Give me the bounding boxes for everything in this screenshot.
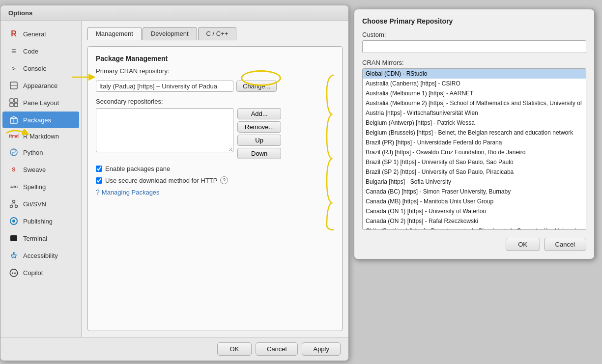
help-icon[interactable]: ?: [220, 176, 228, 184]
sidebar-item-console[interactable]: > Console: [2, 60, 79, 77]
sidebar-item-label: Console: [23, 65, 47, 72]
cran-mirrors-label: CRAN Mirrors:: [362, 59, 586, 66]
mirrors-list[interactable]: Global (CDN) - RStudioAustralia (Canberr…: [362, 68, 586, 230]
sidebar-item-publishing[interactable]: Publishing: [2, 213, 79, 229]
svg-point-11: [15, 205, 18, 208]
secure-download-label: Use secure download method for HTTP: [105, 177, 217, 184]
managing-link-icon: ?: [96, 188, 100, 196]
mirror-item[interactable]: Australia (Melbourne 2) [https] - School…: [363, 98, 586, 108]
ok-button[interactable]: OK: [217, 342, 252, 356]
mirror-item[interactable]: Brazil (SP 1) [https] - University of Sa…: [363, 157, 586, 167]
sidebar-item-label: Code: [23, 48, 38, 55]
sidebar-item-code[interactable]: ☰ Code: [2, 43, 79, 59]
mirror-item[interactable]: Global (CDN) - RStudio: [363, 69, 586, 79]
mirror-item[interactable]: Belgium (Brussels) [https] - Belnet, the…: [363, 128, 586, 138]
secondary-repos-list[interactable]: [96, 108, 233, 152]
checkbox2-row: Use secure download method for HTTP ?: [96, 176, 334, 184]
mirror-item[interactable]: Austria [https] - Wirtschaftsuniversität…: [363, 108, 586, 118]
sidebar-item-label: Publishing: [23, 218, 53, 225]
sidebar-item-appearance[interactable]: Appearance: [2, 77, 79, 94]
sidebar-item-python[interactable]: Python: [2, 144, 79, 161]
content-panel: Package Management Primary CRAN reposito…: [87, 46, 343, 331]
mirror-item[interactable]: Belgium (Antwerp) [https] - Patrick Wess…: [363, 118, 586, 128]
repo-cancel-button[interactable]: Cancel: [544, 238, 586, 251]
main-content: Management Development C / C++ Package M…: [82, 21, 348, 337]
repo-dialog-title: Choose Primary Repository: [362, 17, 586, 25]
python-icon: [8, 147, 19, 158]
cran-input-row: Change...: [96, 81, 334, 92]
add-button[interactable]: Add...: [237, 108, 281, 119]
mirror-item[interactable]: Australia (Canberra) [https] - CSIRO: [363, 79, 586, 88]
remove-button[interactable]: Remove...: [237, 121, 281, 133]
sidebar-item-label: Copilot: [23, 269, 43, 277]
cancel-button[interactable]: Cancel: [256, 342, 298, 356]
sidebar-item-git-svn[interactable]: Git/SVN: [2, 196, 79, 212]
sidebar-item-packages[interactable]: Packages: [2, 112, 79, 128]
tab-development[interactable]: Development: [143, 27, 197, 40]
enable-packages-label: Enable packages pane: [105, 165, 170, 172]
sidebar-item-label: Terminal: [23, 235, 47, 242]
repo-dialog: Choose Primary Repository Custom: CRAN M…: [354, 9, 595, 259]
sweave-icon: S: [8, 164, 19, 175]
mirror-item[interactable]: Brazil (PR) [https] - Universidade Feder…: [363, 138, 586, 147]
svg-line-13: [14, 203, 16, 205]
git-svn-icon: [8, 198, 19, 209]
mirror-item[interactable]: Bulgaria [https] - Sofia University: [363, 177, 586, 187]
sidebar-item-copilot[interactable]: Copilot: [2, 264, 79, 281]
sidebar-item-pane-layout[interactable]: Pane Layout: [2, 94, 79, 111]
section-title: Package Management: [96, 55, 334, 62]
secondary-repos-area: Add... Remove... Up Down: [96, 108, 334, 159]
mirror-item[interactable]: Chile (Santiago) [https] - Departamento …: [363, 226, 586, 230]
cran-repo-row: Primary CRAN repository:: [96, 67, 334, 75]
svg-rect-5: [14, 103, 18, 107]
mirror-item[interactable]: Brazil (SP 2) [https] - University of Sa…: [363, 167, 586, 177]
change-button[interactable]: Change...: [236, 81, 277, 92]
secure-download-checkbox[interactable]: [96, 177, 102, 184]
managing-link-label: Managing Packages: [102, 189, 160, 196]
custom-input[interactable]: [362, 40, 586, 53]
repo-ok-button[interactable]: OK: [506, 238, 540, 251]
svg-rect-16: [10, 235, 17, 241]
tab-bar: Management Development C / C++: [87, 27, 343, 40]
mirror-item[interactable]: Canada (BC) [https] - Simon Fraser Unive…: [363, 187, 586, 196]
svg-rect-2: [10, 99, 13, 102]
cran-input[interactable]: [96, 81, 233, 92]
custom-label: Custom:: [362, 31, 586, 38]
mirror-item[interactable]: Canada (MB) [https] - Manitoba Unix User…: [363, 196, 586, 206]
r-markdown-icon: Rmd: [8, 132, 19, 140]
sidebar-item-label: Accessibility: [23, 252, 58, 259]
enable-packages-checkbox[interactable]: [96, 166, 102, 172]
sidebar-item-spelling[interactable]: ABC Spelling: [2, 178, 79, 195]
tab-management[interactable]: Management: [87, 27, 142, 40]
repo-dialog-footer: OK Cancel: [362, 238, 586, 251]
console-icon: >: [8, 63, 19, 74]
mirror-item[interactable]: Australia (Melbourne 1) [https] - AARNET: [363, 88, 586, 98]
down-button[interactable]: Down: [237, 148, 281, 159]
sidebar-item-sweave[interactable]: S Sweave: [2, 161, 79, 178]
spelling-icon: ABC: [8, 181, 19, 192]
secondary-label: Secondary repositories:: [96, 98, 334, 105]
mirror-item[interactable]: Canada (ON 1) [https] - University of Wa…: [363, 206, 586, 216]
sidebar-item-general[interactable]: R General: [2, 26, 79, 42]
svg-rect-4: [10, 103, 13, 107]
terminal-icon: [8, 233, 19, 244]
appearance-icon: [8, 80, 19, 91]
sidebar-item-label: Spelling: [23, 183, 46, 191]
tab-c-cpp[interactable]: C / C++: [198, 27, 237, 40]
sidebar-item-accessibility[interactable]: Accessibility: [2, 247, 79, 264]
sidebar-item-r-markdown[interactable]: Rmd R Markdown: [2, 129, 79, 143]
apply-button[interactable]: Apply: [302, 342, 341, 356]
svg-line-12: [11, 203, 14, 205]
svg-point-9: [13, 200, 15, 203]
dialog-footer: OK Cancel Apply: [0, 337, 348, 361]
up-button[interactable]: Up: [237, 135, 281, 146]
pane-layout-icon: [8, 97, 19, 108]
code-icon: ☰: [8, 46, 19, 56]
mirror-item[interactable]: Brazil (RJ) [https] - Oswaldo Cruz Found…: [363, 147, 586, 157]
svg-point-17: [13, 252, 15, 254]
managing-packages-link[interactable]: ? Managing Packages: [96, 188, 334, 196]
sidebar-item-terminal[interactable]: Terminal: [2, 230, 79, 247]
svg-rect-3: [14, 99, 18, 102]
mirror-item[interactable]: Canada (ON 2) [https] - Rafal Rzeczkowsk…: [363, 216, 586, 226]
packages-icon: [8, 114, 19, 125]
